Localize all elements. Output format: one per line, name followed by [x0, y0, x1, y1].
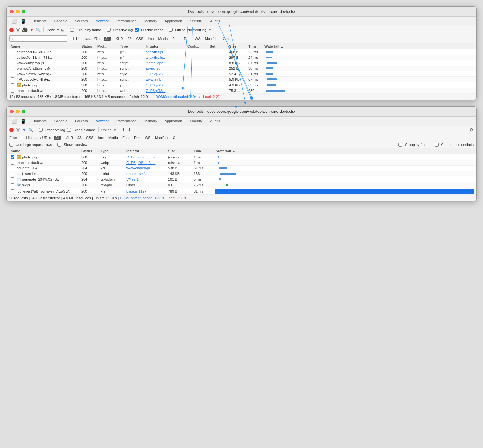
filter-doc-2[interactable]: Doc — [132, 135, 142, 140]
table-row[interactable]: ad_data_204 204 xhr www-embed-pl... 538 … — [7, 166, 476, 171]
search-icon-1[interactable]: 🔍 — [36, 28, 41, 32]
filter-input-1[interactable] — [9, 35, 67, 42]
hide-data-urls-check-2[interactable]: Hide data URLs — [20, 136, 51, 139]
filter-icon-1[interactable]: ▼ — [30, 28, 34, 32]
col-type-2[interactable]: Type — [99, 149, 125, 153]
table-row[interactable]: maxresdefault.webp 200 webp G_P6rpRSr4g?… — [7, 160, 476, 166]
filter-font-1[interactable]: Font — [170, 36, 181, 41]
tab-application-1[interactable]: Application — [161, 17, 186, 25]
table-row[interactable]: 📄generate_204?cQ2nBw 204 text/plain VM72… — [7, 176, 476, 182]
table-row[interactable]: www-player-2x-webp-. 200 http/... style.… — [7, 71, 476, 77]
use-large-rows-check[interactable]: Use large request rows — [9, 143, 52, 147]
col-waterfall-1[interactable]: Waterfall ▲ — [263, 44, 474, 48]
filter-ws-1[interactable]: WS — [193, 36, 202, 41]
tab-performance-2[interactable]: Performance — [112, 117, 140, 125]
minimize-btn-1[interactable] — [16, 10, 20, 13]
group-by-frame-check-2[interactable]: Group by frame — [398, 143, 429, 147]
filter-other-1[interactable]: Other — [221, 36, 234, 41]
col-name-1[interactable]: Name — [9, 44, 80, 48]
tab-network-1[interactable]: Network — [92, 17, 112, 25]
col-size-1[interactable]: Size — [228, 44, 247, 48]
table-row[interactable]: maxresdefault.webp 200 http/... webp G_P… — [7, 88, 476, 94]
tab-console-2[interactable]: Console — [50, 117, 71, 125]
filter-manifest-2[interactable]: Manifest — [153, 135, 170, 140]
col-waterfall-2[interactable]: Waterfall ▲ — [215, 149, 474, 153]
preserve-log-check-1[interactable]: Preserve log — [107, 28, 133, 32]
throttle-dropdown-arrow-1[interactable]: ▼ — [208, 28, 211, 32]
tab-audits-2[interactable]: Audits — [206, 117, 224, 125]
tab-elements-2[interactable]: Elements — [28, 117, 50, 125]
table-row[interactable]: collect?v=1&_v=j75&a... 200 http/... gif… — [7, 49, 476, 55]
table-row[interactable]: 🖼️photo.jpg 200 http/... jpeg G_P6rpRS..… — [7, 82, 476, 88]
filter-icon-2[interactable]: ▼ — [22, 128, 26, 132]
disable-cache-check-1[interactable]: Disable cache — [135, 28, 163, 32]
record-btn-2[interactable] — [9, 128, 14, 132]
filter-xhr-1[interactable]: XHR — [113, 36, 125, 41]
col-proto-1[interactable]: Prot... — [96, 44, 119, 48]
maximize-btn-1[interactable] — [22, 10, 25, 13]
maximize-btn-2[interactable] — [22, 110, 25, 113]
tab-elements-1[interactable]: Elements — [28, 17, 50, 25]
table-row[interactable]: cast_sender.js 200 script remote.js:41 1… — [7, 171, 476, 176]
col-initiator-2[interactable]: Initiator — [125, 149, 167, 153]
more-tabs-btn-1[interactable]: ⋮ — [469, 18, 474, 24]
tab-application-2[interactable]: Application — [161, 117, 186, 125]
col-initiator-1[interactable]: Initiator — [144, 44, 186, 48]
filter-badge-all-2[interactable]: All — [54, 136, 61, 140]
show-overview-check[interactable]: Show overview — [57, 143, 87, 147]
more-tabs-btn-2[interactable]: ⋮ — [469, 118, 474, 124]
filter-badge-all-1[interactable]: All — [104, 37, 111, 41]
filter-img-2[interactable]: Img — [96, 135, 106, 140]
table-row[interactable]: www-widgetapi.js 200 http/... script ifr… — [7, 60, 476, 66]
hide-data-urls-check-1[interactable]: Hide data URLs — [70, 37, 101, 40]
export-icon-2[interactable]: ⬇ — [128, 127, 131, 132]
filter-img-1[interactable]: Img — [146, 36, 156, 41]
throttle-select-2[interactable]: Online — [101, 128, 112, 132]
device-icon[interactable]: 📱 — [19, 17, 28, 26]
device-icon-2[interactable]: 📱 — [19, 117, 28, 126]
throttle-dropdown-arrow-2[interactable]: ▼ — [113, 128, 117, 132]
tab-console-1[interactable]: Console — [50, 17, 71, 25]
stop-btn-2[interactable] — [16, 128, 20, 132]
tab-sources-1[interactable]: Sources — [71, 17, 92, 25]
tab-performance-1[interactable]: Performance — [112, 17, 140, 25]
camera-icon-1[interactable]: 🎥 — [22, 27, 28, 32]
close-btn-2[interactable] — [10, 110, 14, 113]
col-cookies-1[interactable]: Cook... — [186, 44, 209, 48]
filter-doc-1[interactable]: Doc — [182, 36, 192, 41]
grid-view-icon[interactable]: ⊞ — [61, 28, 65, 32]
minimize-btn-2[interactable] — [16, 110, 20, 113]
preserve-log-check-2[interactable]: Preserve log — [39, 128, 65, 132]
filter-manifest-1[interactable]: Manifest — [203, 36, 220, 41]
tab-memory-1[interactable]: Memory — [140, 17, 161, 25]
throttle-select-1[interactable]: No throttling — [187, 28, 206, 32]
col-time-2[interactable]: Time — [192, 149, 215, 153]
col-size-2[interactable]: Size — [167, 149, 192, 153]
table-row[interactable]: 4PUpJpDdHqrNlnFpJ... 200 http/... script… — [7, 77, 476, 82]
settings-gear-2[interactable]: ⚙ — [470, 127, 474, 132]
tab-network-2[interactable]: Network — [92, 117, 112, 125]
offline-check-1[interactable]: Offline — [169, 28, 185, 32]
filter-media-1[interactable]: Media — [156, 36, 170, 41]
table-row[interactable]: log_event?alt=json&key=AlzaSyA... 200 xh… — [7, 188, 476, 195]
tab-memory-2[interactable]: Memory — [140, 117, 161, 125]
filter-ws-2[interactable]: WS — [143, 135, 152, 140]
table-row[interactable]: ⚙️sw.js 200 text/jav... Other 0 B 76 ms — [7, 182, 476, 188]
inspect-icon[interactable]: ⬜ — [9, 17, 19, 26]
filter-xhr-2[interactable]: XHR — [64, 135, 75, 140]
col-time-1[interactable]: Time — [247, 44, 263, 48]
col-status-1[interactable]: Status — [80, 44, 96, 48]
close-btn-1[interactable] — [10, 10, 14, 13]
tab-security-2[interactable]: Security — [186, 117, 206, 125]
filter-js-2[interactable]: JS — [76, 135, 84, 140]
tab-sources-2[interactable]: Sources — [71, 117, 92, 125]
tab-security-1[interactable]: Security — [186, 17, 206, 25]
stop-btn-1[interactable] — [16, 28, 20, 32]
filter-js-1[interactable]: JS — [126, 36, 134, 41]
col-set-cookies-1[interactable]: Set ... — [209, 44, 228, 48]
col-name-2[interactable]: Name — [9, 149, 80, 153]
filter-media-2[interactable]: Media — [106, 135, 120, 140]
filter-other-2[interactable]: Other — [171, 135, 184, 140]
filter-css-1[interactable]: CSS — [134, 36, 146, 41]
col-type-1[interactable]: Type — [119, 44, 144, 48]
